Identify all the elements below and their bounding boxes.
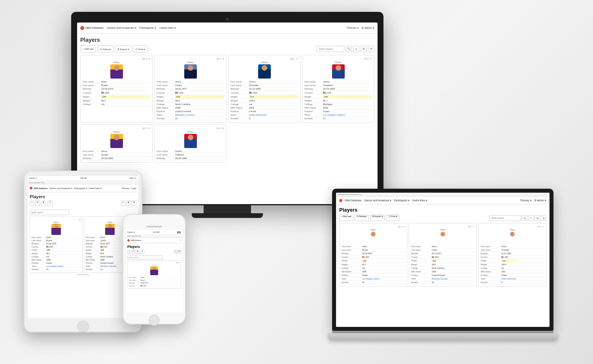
phone-nav: NBA Database ≡	[126, 238, 183, 243]
tablet-add-btn[interactable]: +	[30, 201, 34, 206]
columns-icon[interactable]: ⊞	[361, 46, 367, 52]
nav-games[interactable]: Games and broadcast ▾	[107, 26, 136, 30]
avatar-jamal	[332, 64, 345, 79]
phone-home-button[interactable]	[149, 315, 160, 326]
laptop-filter-icon[interactable]: ≡	[528, 215, 534, 221]
laptop-nav-useful[interactable]: Useful links ▾	[412, 199, 427, 202]
card-header-vince: ⊞ ✏ ✕	[157, 57, 224, 60]
themes-menu[interactable]: Themes ▾	[347, 26, 359, 30]
laptop-settings-icon[interactable]: ⚙	[541, 215, 546, 221]
laptop-print-btn[interactable]: ⬜ Print ▾	[386, 215, 399, 221]
phone-content: Players + ⟳ ⬆ ⬜ ≡ ⊞ ⊞✏✕	[126, 243, 183, 290]
card-icon-edit-4[interactable]: ✏	[367, 57, 369, 60]
card-icon-edit[interactable]: ✏	[145, 57, 147, 60]
card-icon-edit-2[interactable]: ✏	[219, 57, 221, 60]
player-card-tyson: ⊞ ✏ ✕ Photo First nameTyson	[228, 55, 300, 123]
phone-page-title: Players	[127, 245, 181, 249]
card-icon-edit-3[interactable]: ✏	[293, 57, 295, 60]
player-card-kobe: ⊞ ✏ ✕ Photo First nameKobe	[80, 55, 153, 123]
phone-url: demo.sqmeastro.com	[127, 235, 141, 237]
avatar-danilo	[184, 134, 197, 148]
tablet-print-btn[interactable]: ⬜	[47, 201, 53, 206]
phone-menu[interactable]: ≡	[180, 239, 181, 241]
phone-print-btn[interactable]: ⬜	[140, 250, 144, 254]
laptop-nba-logo	[339, 199, 342, 202]
card-header-kobe: ⊞ ✏ ✕	[83, 57, 150, 60]
laptop-columns-icon[interactable]: ⊞	[534, 215, 540, 221]
laptop-search-input[interactable]	[489, 215, 521, 221]
laptop-refresh-btn[interactable]: ⟳ Refresh	[355, 215, 369, 221]
player-card-danilo: ⊞✏✕ Photo First nameDanilo Last nameGall…	[154, 124, 227, 163]
card-icon-grid-2[interactable]: ⊞	[217, 57, 219, 60]
tablet-search[interactable]	[30, 210, 69, 215]
laptop-nav-games[interactable]: Games and broadcast ▾	[364, 199, 392, 202]
card-icon-grid[interactable]: ⊞	[143, 57, 145, 60]
tablet-nav-games[interactable]: Games and broadcast ▾	[49, 187, 72, 190]
nba-logo	[80, 26, 84, 30]
tablet-nav-participants[interactable]: Participants ▾	[74, 187, 87, 190]
phone-grid-btn[interactable]: ⊞	[178, 250, 181, 254]
monitor-base	[192, 213, 263, 218]
tablet-nav-useful[interactable]: Useful links ▾	[89, 187, 102, 190]
phone-nba-logo	[127, 239, 130, 242]
tablet-battery: 100% 🔋	[129, 177, 137, 179]
admin-menu[interactable]: ⚙ admin ▾	[361, 26, 374, 30]
laptop-admin[interactable]: ⚙ admin ▾	[534, 199, 546, 202]
print-button[interactable]: ⬜ Print ▾	[133, 45, 148, 53]
nav-participants[interactable]: Participants ▾	[140, 26, 157, 30]
laptop-url-bar: Designwww demo.sqmeastro.com...	[336, 193, 550, 197]
tablet-filter-btn[interactable]: ≡	[121, 201, 125, 206]
phone-filter-btn[interactable]: ≡	[174, 250, 177, 254]
phone-screen: Carrier ▼ 2:02 AM ▌▌▌ demo.sqmeastro.com…	[126, 230, 183, 313]
tablet-login[interactable]: Login	[131, 187, 136, 190]
tablet-export-btn[interactable]: ⬆	[41, 201, 46, 206]
card-icon-delete[interactable]: ✕	[148, 57, 150, 60]
avatar-kobe	[110, 64, 123, 79]
card-icon-grid-3[interactable]: ⊞	[291, 57, 293, 60]
tablet-themes[interactable]: Themes	[122, 187, 130, 190]
laptop-add-btn[interactable]: + Add new	[339, 215, 353, 221]
laptop-themes[interactable]: Themes ▾	[520, 199, 531, 202]
laptop-screen: Designwww demo.sqmeastro.com... NBA Data…	[336, 193, 550, 327]
search-icon[interactable]: 🔍	[346, 46, 352, 52]
avatar-tyson	[258, 64, 271, 79]
tablet-refresh-btn[interactable]: ⟳	[35, 201, 40, 206]
phone-search[interactable]	[127, 255, 163, 259]
player-card-jamal: ⊞ ✏ ✕ Photo First nameJamal	[302, 55, 374, 123]
search-input[interactable]	[317, 46, 344, 52]
phone-add-btn[interactable]: +	[127, 250, 130, 254]
app-name: NBA Database	[85, 26, 104, 29]
players-grid: ⊞ ✏ ✕ Photo First nameKobe	[80, 55, 374, 123]
laptop-export-btn[interactable]: ⬆ Export ▾	[370, 215, 385, 221]
tablet-nba-logo	[30, 187, 32, 190]
laptop-card-vince: ⊞✏✕ Photo First nameVince Last nameCarte…	[409, 223, 477, 287]
filter-icon[interactable]: ≡	[353, 46, 359, 52]
tablet-page-title: Players	[30, 194, 136, 199]
nav-useful[interactable]: Useful links ▾	[159, 26, 176, 30]
card-photo-tyson: Photo	[230, 61, 298, 79]
phone-refresh-btn[interactable]: ⟳	[131, 250, 135, 254]
player-card-vince: ⊞ ✏ ✕ Photo First nameVince	[154, 55, 227, 123]
laptop-search-icon[interactable]: 🔍	[522, 215, 527, 221]
monitor-nav: NBA Database Games and broadcast ▾ Parti…	[77, 23, 378, 34]
phone-export-btn[interactable]: ⬆	[136, 250, 139, 254]
laptop: Designwww demo.sqmeastro.com... NBA Data…	[332, 189, 553, 340]
phone-card-kobe: ⊞✏✕ Photo First nameKobe Last nameBryant…	[127, 260, 181, 289]
export-button[interactable]: ⬆ Export ▾	[115, 45, 131, 53]
tablet-grid-btn[interactable]: ⊞	[126, 201, 131, 206]
tablet-home-button[interactable]	[77, 321, 89, 332]
settings-icon[interactable]: ⚙	[368, 46, 374, 52]
card-icon-delete-3[interactable]: ✕	[296, 57, 298, 60]
phone-speaker	[146, 226, 162, 227]
phone-avatar-kobe	[150, 266, 158, 275]
refresh-button[interactable]: ⟳ Refresh	[98, 45, 113, 53]
card-icon-delete-4[interactable]: ✕	[370, 57, 372, 60]
tablet-settings-btn[interactable]: ⚙	[132, 201, 136, 206]
add-new-button[interactable]: + Add new	[80, 45, 96, 53]
card-icon-grid-4[interactable]: ⊞	[364, 57, 366, 60]
nav-links[interactable]: Games and broadcast ▾ Participants ▾ Use…	[107, 26, 347, 30]
laptop-card-kobe: ⊞✏✕ Photo First nameKobe Last nameBryant…	[339, 223, 407, 287]
laptop-nav-participants[interactable]: Participants ▾	[394, 199, 410, 202]
monitor-camera	[226, 18, 229, 21]
card-icon-delete-2[interactable]: ✕	[222, 57, 224, 60]
